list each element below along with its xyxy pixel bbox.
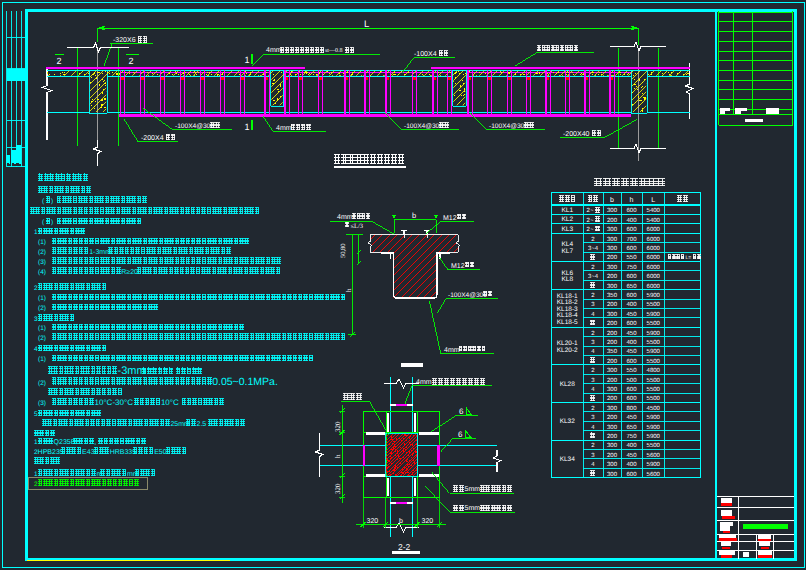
svg-text:2: 2 bbox=[34, 481, 38, 488]
svg-text:2: 2 bbox=[34, 285, 38, 292]
svg-text:600: 600 bbox=[626, 245, 637, 252]
svg-text:300: 300 bbox=[607, 226, 618, 233]
svg-text:50,80: 50,80 bbox=[340, 243, 347, 258]
svg-text:200: 200 bbox=[607, 452, 618, 459]
svg-text:200: 200 bbox=[607, 339, 618, 346]
svg-text:400: 400 bbox=[626, 301, 637, 308]
svg-text:2.5: 2.5 bbox=[197, 421, 207, 428]
svg-text:-100X4: -100X4 bbox=[414, 51, 437, 58]
svg-text:(1): (1) bbox=[38, 295, 46, 302]
svg-text:4800: 4800 bbox=[647, 367, 661, 374]
svg-text:KL7: KL7 bbox=[561, 248, 573, 255]
svg-text:5mm: 5mm bbox=[465, 505, 481, 512]
svg-text:5400: 5400 bbox=[647, 217, 661, 224]
svg-text:300: 300 bbox=[607, 311, 618, 318]
svg-text:3: 3 bbox=[34, 316, 38, 323]
svg-text:5500: 5500 bbox=[647, 386, 661, 393]
svg-text:320: 320 bbox=[334, 421, 342, 432]
svg-text:h: h bbox=[345, 288, 353, 292]
svg-text:(2): (2) bbox=[38, 335, 46, 342]
svg-text:5500: 5500 bbox=[647, 339, 661, 346]
svg-text:-100X4@300: -100X4@300 bbox=[448, 292, 487, 299]
svg-text:300: 300 bbox=[607, 405, 618, 412]
svg-text:KL3: KL3 bbox=[561, 226, 573, 233]
svg-text:KL1: KL1 bbox=[561, 207, 573, 214]
svg-text:200: 200 bbox=[607, 320, 618, 327]
svg-text:1: 1 bbox=[245, 122, 250, 132]
svg-text:750: 750 bbox=[626, 264, 637, 271]
svg-text:650: 650 bbox=[626, 283, 637, 290]
svg-text:5900: 5900 bbox=[647, 424, 661, 431]
svg-text:L: L bbox=[651, 197, 655, 204]
svg-text:300: 300 bbox=[607, 264, 618, 271]
svg-text:6000: 6000 bbox=[647, 283, 661, 290]
svg-text:KL20-2: KL20-2 bbox=[557, 347, 578, 354]
svg-text:-100X4@300: -100X4@300 bbox=[489, 123, 528, 130]
svg-text:600: 600 bbox=[626, 395, 637, 402]
svg-text:700: 700 bbox=[626, 236, 637, 243]
svg-text:,: , bbox=[94, 439, 96, 446]
svg-text:4: 4 bbox=[34, 346, 38, 353]
svg-text:500: 500 bbox=[626, 377, 637, 384]
svg-text:5600: 5600 bbox=[647, 471, 661, 478]
svg-text:5900: 5900 bbox=[647, 414, 661, 421]
svg-text:b: b bbox=[412, 211, 416, 220]
svg-text:450: 450 bbox=[626, 348, 637, 355]
svg-text:300: 300 bbox=[607, 442, 618, 449]
svg-text:2~: 2~ bbox=[587, 207, 594, 214]
svg-text:h: h bbox=[334, 454, 342, 458]
svg-text:550: 550 bbox=[626, 367, 637, 374]
svg-text:400: 400 bbox=[626, 442, 637, 449]
svg-text:600: 600 bbox=[626, 273, 637, 280]
svg-text:5600: 5600 bbox=[647, 452, 661, 459]
svg-text:600: 600 bbox=[626, 471, 637, 478]
svg-text:200: 200 bbox=[607, 433, 618, 440]
svg-text:300: 300 bbox=[607, 283, 618, 290]
svg-text:450: 450 bbox=[626, 452, 637, 459]
svg-text:(3): (3) bbox=[38, 259, 46, 266]
svg-text:KL8: KL8 bbox=[561, 276, 573, 283]
svg-text:400: 400 bbox=[626, 217, 637, 224]
svg-text:): ) bbox=[51, 219, 53, 226]
svg-text:600: 600 bbox=[626, 292, 637, 299]
svg-text:M12: M12 bbox=[443, 215, 457, 222]
svg-text:2~: 2~ bbox=[587, 217, 594, 224]
svg-text:600: 600 bbox=[626, 358, 637, 365]
svg-text:(3): (3) bbox=[38, 400, 46, 407]
svg-text:300: 300 bbox=[607, 236, 618, 243]
svg-text:6000: 6000 bbox=[647, 273, 661, 280]
svg-text:800: 800 bbox=[626, 405, 637, 412]
svg-text:5500: 5500 bbox=[647, 395, 661, 402]
svg-text:600: 600 bbox=[626, 226, 637, 233]
svg-text:-200X40: -200X40 bbox=[563, 131, 590, 138]
svg-text:200: 200 bbox=[607, 377, 618, 384]
svg-text:6: 6 bbox=[458, 430, 463, 439]
svg-text:1: 1 bbox=[34, 229, 38, 236]
svg-text:5900: 5900 bbox=[647, 330, 661, 337]
svg-text:Q235B: Q235B bbox=[54, 439, 76, 446]
svg-text:R≥20: R≥20 bbox=[121, 269, 138, 276]
svg-text:4mm: 4mm bbox=[276, 125, 292, 132]
svg-text:): ) bbox=[51, 198, 53, 205]
svg-text:200: 200 bbox=[607, 330, 618, 337]
svg-text:5900: 5900 bbox=[647, 348, 661, 355]
svg-text:4mm: 4mm bbox=[337, 214, 353, 221]
svg-text:L=: L= bbox=[686, 255, 692, 261]
svg-text:st—0.8: st—0.8 bbox=[325, 48, 343, 54]
svg-text:KL2: KL2 bbox=[561, 216, 573, 223]
svg-text:(2): (2) bbox=[38, 305, 46, 312]
svg-text:-3mm: -3mm bbox=[118, 365, 146, 377]
svg-text:450: 450 bbox=[626, 330, 637, 337]
svg-text:-100X4@300: -100X4@300 bbox=[175, 123, 214, 130]
svg-text:6000: 6000 bbox=[647, 254, 661, 261]
svg-text:300: 300 bbox=[607, 424, 618, 431]
svg-text:(1): (1) bbox=[38, 239, 46, 246]
svg-text:2: 2 bbox=[57, 56, 62, 66]
svg-text:2~: 2~ bbox=[587, 226, 594, 233]
svg-text:300: 300 bbox=[607, 386, 618, 393]
svg-text:6000: 6000 bbox=[647, 264, 661, 271]
svg-text:600: 600 bbox=[626, 207, 637, 214]
svg-text:1: 1 bbox=[245, 55, 250, 65]
svg-text:200: 200 bbox=[607, 414, 618, 421]
svg-text:200: 200 bbox=[607, 301, 618, 308]
